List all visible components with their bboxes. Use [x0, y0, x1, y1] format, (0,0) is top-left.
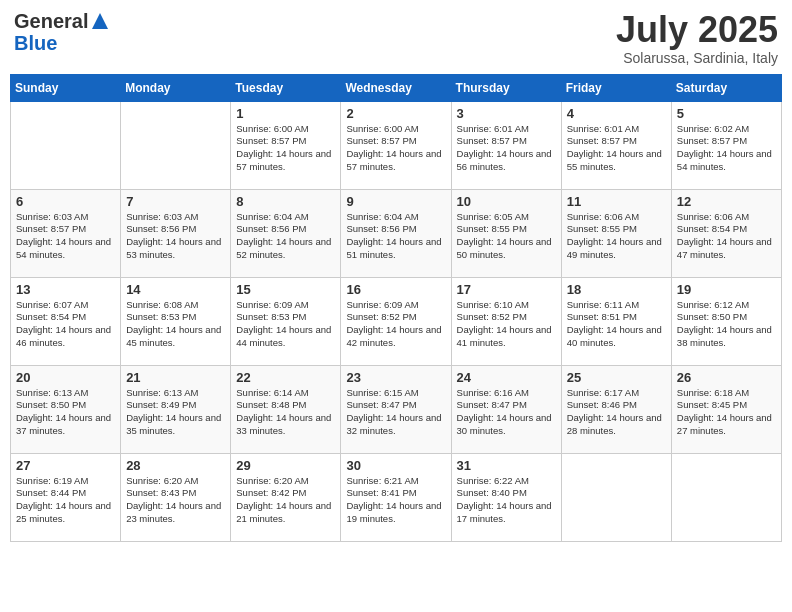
calendar-day-cell: 12Sunrise: 6:06 AMSunset: 8:54 PMDayligh…	[671, 189, 781, 277]
calendar-week-row: 1Sunrise: 6:00 AMSunset: 8:57 PMDaylight…	[11, 101, 782, 189]
day-number: 19	[677, 282, 776, 297]
calendar-day-cell: 30Sunrise: 6:21 AMSunset: 8:41 PMDayligh…	[341, 453, 451, 541]
calendar-day-cell: 10Sunrise: 6:05 AMSunset: 8:55 PMDayligh…	[451, 189, 561, 277]
calendar-day-cell: 5Sunrise: 6:02 AMSunset: 8:57 PMDaylight…	[671, 101, 781, 189]
day-info: Sunrise: 6:05 AMSunset: 8:55 PMDaylight:…	[457, 211, 556, 262]
day-info: Sunrise: 6:04 AMSunset: 8:56 PMDaylight:…	[346, 211, 445, 262]
day-number: 9	[346, 194, 445, 209]
calendar-day-cell	[121, 101, 231, 189]
day-of-week-header: Tuesday	[231, 74, 341, 101]
calendar-day-cell: 26Sunrise: 6:18 AMSunset: 8:45 PMDayligh…	[671, 365, 781, 453]
day-number: 28	[126, 458, 225, 473]
day-info: Sunrise: 6:15 AMSunset: 8:47 PMDaylight:…	[346, 387, 445, 438]
day-number: 10	[457, 194, 556, 209]
day-of-week-header: Friday	[561, 74, 671, 101]
day-number: 6	[16, 194, 115, 209]
day-info: Sunrise: 6:04 AMSunset: 8:56 PMDaylight:…	[236, 211, 335, 262]
calendar-day-cell: 2Sunrise: 6:00 AMSunset: 8:57 PMDaylight…	[341, 101, 451, 189]
day-of-week-header: Sunday	[11, 74, 121, 101]
day-info: Sunrise: 6:20 AMSunset: 8:43 PMDaylight:…	[126, 475, 225, 526]
page-header: General Blue July 2025 Solarussa, Sardin…	[10, 10, 782, 66]
day-info: Sunrise: 6:13 AMSunset: 8:49 PMDaylight:…	[126, 387, 225, 438]
calendar-week-row: 20Sunrise: 6:13 AMSunset: 8:50 PMDayligh…	[11, 365, 782, 453]
day-info: Sunrise: 6:00 AMSunset: 8:57 PMDaylight:…	[346, 123, 445, 174]
day-number: 20	[16, 370, 115, 385]
calendar-day-cell	[11, 101, 121, 189]
day-number: 18	[567, 282, 666, 297]
day-info: Sunrise: 6:21 AMSunset: 8:41 PMDaylight:…	[346, 475, 445, 526]
calendar-day-cell: 19Sunrise: 6:12 AMSunset: 8:50 PMDayligh…	[671, 277, 781, 365]
day-info: Sunrise: 6:09 AMSunset: 8:53 PMDaylight:…	[236, 299, 335, 350]
calendar-day-cell	[671, 453, 781, 541]
day-number: 2	[346, 106, 445, 121]
day-info: Sunrise: 6:00 AMSunset: 8:57 PMDaylight:…	[236, 123, 335, 174]
day-info: Sunrise: 6:12 AMSunset: 8:50 PMDaylight:…	[677, 299, 776, 350]
day-info: Sunrise: 6:19 AMSunset: 8:44 PMDaylight:…	[16, 475, 115, 526]
day-info: Sunrise: 6:06 AMSunset: 8:54 PMDaylight:…	[677, 211, 776, 262]
day-number: 7	[126, 194, 225, 209]
day-number: 24	[457, 370, 556, 385]
day-info: Sunrise: 6:14 AMSunset: 8:48 PMDaylight:…	[236, 387, 335, 438]
calendar-week-row: 6Sunrise: 6:03 AMSunset: 8:57 PMDaylight…	[11, 189, 782, 277]
day-number: 26	[677, 370, 776, 385]
logo-icon	[90, 11, 110, 31]
day-number: 13	[16, 282, 115, 297]
calendar-day-cell: 25Sunrise: 6:17 AMSunset: 8:46 PMDayligh…	[561, 365, 671, 453]
day-of-week-header: Saturday	[671, 74, 781, 101]
calendar-day-cell: 8Sunrise: 6:04 AMSunset: 8:56 PMDaylight…	[231, 189, 341, 277]
day-of-week-header: Thursday	[451, 74, 561, 101]
calendar-day-cell: 29Sunrise: 6:20 AMSunset: 8:42 PMDayligh…	[231, 453, 341, 541]
calendar-day-cell: 20Sunrise: 6:13 AMSunset: 8:50 PMDayligh…	[11, 365, 121, 453]
day-info: Sunrise: 6:07 AMSunset: 8:54 PMDaylight:…	[16, 299, 115, 350]
calendar-week-row: 27Sunrise: 6:19 AMSunset: 8:44 PMDayligh…	[11, 453, 782, 541]
calendar-day-cell: 22Sunrise: 6:14 AMSunset: 8:48 PMDayligh…	[231, 365, 341, 453]
day-info: Sunrise: 6:20 AMSunset: 8:42 PMDaylight:…	[236, 475, 335, 526]
day-number: 8	[236, 194, 335, 209]
day-info: Sunrise: 6:10 AMSunset: 8:52 PMDaylight:…	[457, 299, 556, 350]
calendar-day-cell: 31Sunrise: 6:22 AMSunset: 8:40 PMDayligh…	[451, 453, 561, 541]
calendar-day-cell: 7Sunrise: 6:03 AMSunset: 8:56 PMDaylight…	[121, 189, 231, 277]
day-info: Sunrise: 6:17 AMSunset: 8:46 PMDaylight:…	[567, 387, 666, 438]
calendar-day-cell: 21Sunrise: 6:13 AMSunset: 8:49 PMDayligh…	[121, 365, 231, 453]
svg-marker-0	[92, 13, 108, 29]
day-of-week-header: Wednesday	[341, 74, 451, 101]
calendar-day-cell: 1Sunrise: 6:00 AMSunset: 8:57 PMDaylight…	[231, 101, 341, 189]
day-number: 27	[16, 458, 115, 473]
logo: General Blue	[14, 10, 112, 54]
day-info: Sunrise: 6:01 AMSunset: 8:57 PMDaylight:…	[567, 123, 666, 174]
day-number: 17	[457, 282, 556, 297]
day-info: Sunrise: 6:16 AMSunset: 8:47 PMDaylight:…	[457, 387, 556, 438]
calendar-day-cell: 6Sunrise: 6:03 AMSunset: 8:57 PMDaylight…	[11, 189, 121, 277]
day-number: 23	[346, 370, 445, 385]
calendar-day-cell: 17Sunrise: 6:10 AMSunset: 8:52 PMDayligh…	[451, 277, 561, 365]
calendar-day-cell: 4Sunrise: 6:01 AMSunset: 8:57 PMDaylight…	[561, 101, 671, 189]
calendar-day-cell: 18Sunrise: 6:11 AMSunset: 8:51 PMDayligh…	[561, 277, 671, 365]
day-number: 1	[236, 106, 335, 121]
calendar-day-cell: 23Sunrise: 6:15 AMSunset: 8:47 PMDayligh…	[341, 365, 451, 453]
day-number: 22	[236, 370, 335, 385]
day-number: 14	[126, 282, 225, 297]
day-number: 11	[567, 194, 666, 209]
calendar-day-cell: 14Sunrise: 6:08 AMSunset: 8:53 PMDayligh…	[121, 277, 231, 365]
calendar-day-cell: 9Sunrise: 6:04 AMSunset: 8:56 PMDaylight…	[341, 189, 451, 277]
day-number: 30	[346, 458, 445, 473]
location-text: Solarussa, Sardinia, Italy	[616, 50, 778, 66]
calendar-day-cell: 27Sunrise: 6:19 AMSunset: 8:44 PMDayligh…	[11, 453, 121, 541]
calendar-day-cell: 15Sunrise: 6:09 AMSunset: 8:53 PMDayligh…	[231, 277, 341, 365]
day-number: 5	[677, 106, 776, 121]
calendar-table: SundayMondayTuesdayWednesdayThursdayFrid…	[10, 74, 782, 542]
day-number: 31	[457, 458, 556, 473]
calendar-day-cell	[561, 453, 671, 541]
logo-general-text: General	[14, 10, 88, 32]
day-number: 3	[457, 106, 556, 121]
day-number: 25	[567, 370, 666, 385]
month-title: July 2025	[616, 10, 778, 50]
day-info: Sunrise: 6:22 AMSunset: 8:40 PMDaylight:…	[457, 475, 556, 526]
day-info: Sunrise: 6:06 AMSunset: 8:55 PMDaylight:…	[567, 211, 666, 262]
day-info: Sunrise: 6:03 AMSunset: 8:57 PMDaylight:…	[16, 211, 115, 262]
day-info: Sunrise: 6:13 AMSunset: 8:50 PMDaylight:…	[16, 387, 115, 438]
calendar-day-cell: 24Sunrise: 6:16 AMSunset: 8:47 PMDayligh…	[451, 365, 561, 453]
day-of-week-header: Monday	[121, 74, 231, 101]
day-info: Sunrise: 6:03 AMSunset: 8:56 PMDaylight:…	[126, 211, 225, 262]
day-number: 4	[567, 106, 666, 121]
